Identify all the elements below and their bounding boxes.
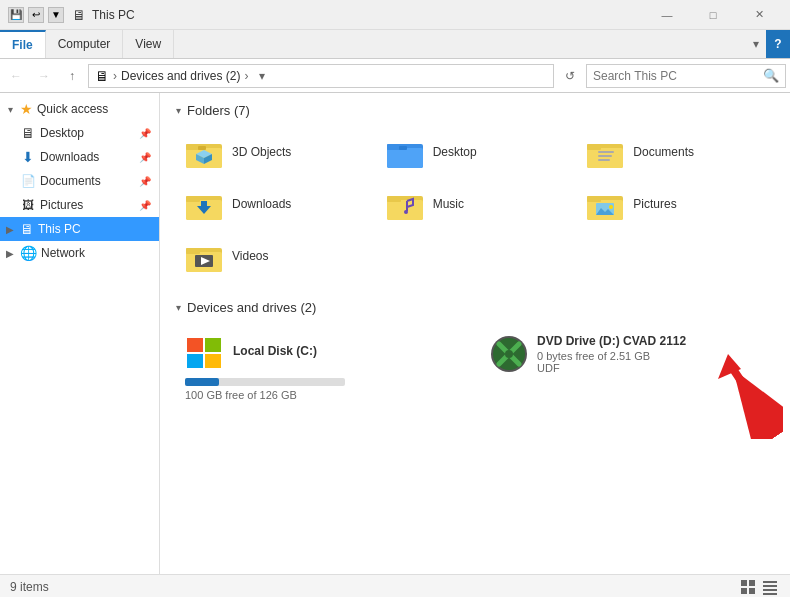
tab-computer[interactable]: Computer <box>46 30 124 58</box>
folders-chevron-icon: ▾ <box>176 105 181 116</box>
folder-item-music[interactable]: Music <box>377 180 574 228</box>
folder-music-icon <box>385 186 425 222</box>
dvd-drive-info: DVD Drive (D:) CVAD 2112 0 bytes free of… <box>537 334 686 374</box>
folder-pictures-icon <box>585 186 625 222</box>
sidebar-item-downloads[interactable]: ⬇ Downloads 📌 <box>0 145 159 169</box>
svg-rect-54 <box>763 593 777 595</box>
local-disk-icon <box>185 334 225 370</box>
folder-item-videos[interactable]: Videos <box>176 232 373 280</box>
save-icon[interactable]: 💾 <box>8 7 24 23</box>
properties-icon[interactable]: ▼ <box>48 7 64 23</box>
desktop-icon: 🖥 <box>20 125 36 141</box>
back-button[interactable]: ← <box>4 64 28 88</box>
status-views <box>738 577 780 597</box>
path-separator2: › <box>244 69 248 83</box>
folders-section-label: Folders (7) <box>187 103 250 118</box>
device-local-disk[interactable]: Local Disk (C:) 100 GB free of 126 GB <box>176 325 470 410</box>
sidebar-item-pictures[interactable]: 🖼 Pictures 📌 <box>0 193 159 217</box>
svg-rect-36 <box>187 338 203 352</box>
up-button[interactable]: ↑ <box>60 64 84 88</box>
folder-item-downloads[interactable]: Downloads <box>176 180 373 228</box>
sidebar-item-quick-access[interactable]: ▾ ★ Quick access <box>0 97 159 121</box>
sidebar-item-label-desktop: Desktop <box>40 126 135 140</box>
this-pc-toggle-icon: ▶ <box>4 224 16 235</box>
local-disk-progress-fill <box>185 378 219 386</box>
folder-item-desktop[interactable]: Desktop <box>377 128 574 176</box>
help-button[interactable]: ? <box>766 30 790 58</box>
path-thispc: Devices and drives (2) <box>121 69 240 83</box>
svg-rect-33 <box>186 248 200 254</box>
this-pc-computer-icon: 🖥 <box>20 221 34 237</box>
sidebar-item-documents[interactable]: 📄 Documents 📌 <box>0 169 159 193</box>
desktop-pin-icon: 📌 <box>139 128 151 139</box>
status-bar: 9 items <box>0 574 790 597</box>
folder-name-desktop: Desktop <box>433 145 477 159</box>
main-layout: ▾ ★ Quick access 🖥 Desktop 📌 ⬇ Downloads… <box>0 93 790 574</box>
svg-rect-10 <box>399 146 407 150</box>
sidebar: ▾ ★ Quick access 🖥 Desktop 📌 ⬇ Downloads… <box>0 93 160 574</box>
window-controls: — □ ✕ <box>644 0 782 30</box>
forward-button[interactable]: → <box>32 64 56 88</box>
pictures-pin-icon: 📌 <box>139 200 151 211</box>
search-box[interactable]: 🔍 <box>586 64 786 88</box>
content-area: ▾ Folders (7) 3D <box>160 93 790 574</box>
search-input[interactable] <box>593 69 763 83</box>
path-dropdown-icon[interactable]: ▾ <box>252 69 272 83</box>
folder-downloads-icon <box>184 186 224 222</box>
sidebar-item-label-documents: Documents <box>40 174 135 188</box>
close-button[interactable]: ✕ <box>736 0 782 30</box>
svg-rect-37 <box>205 338 221 352</box>
dvd-drive-icon <box>489 336 529 372</box>
device-dvd-drive[interactable]: DVD Drive (D:) CVAD 2112 0 bytes free of… <box>480 325 774 410</box>
maximize-button[interactable]: □ <box>690 0 736 30</box>
svg-rect-47 <box>741 580 747 586</box>
devices-grid: Local Disk (C:) 100 GB free of 126 GB <box>176 325 774 410</box>
ribbon-collapse-icon[interactable]: ▾ <box>746 37 766 51</box>
refresh-button[interactable]: ↺ <box>558 64 582 88</box>
view-details-button[interactable] <box>760 577 780 597</box>
folder-item-pictures[interactable]: Pictures <box>577 180 774 228</box>
title-bar-quick-access: 💾 ↩ ▼ <box>8 7 64 23</box>
sidebar-item-desktop[interactable]: 🖥 Desktop 📌 <box>0 121 159 145</box>
svg-rect-16 <box>598 159 610 161</box>
tab-view[interactable]: View <box>123 30 174 58</box>
svg-rect-8 <box>387 148 423 168</box>
tab-file[interactable]: File <box>0 30 46 58</box>
local-disk-detail: 100 GB free of 126 GB <box>185 389 461 401</box>
folder-name-3d-objects: 3D Objects <box>232 145 291 159</box>
network-icon: 🌐 <box>20 245 37 261</box>
svg-point-24 <box>404 210 408 214</box>
search-icon: 🔍 <box>763 68 779 83</box>
local-disk-info: Local Disk (C:) <box>233 344 317 360</box>
svg-rect-9 <box>387 144 401 150</box>
view-large-icons-button[interactable] <box>738 577 758 597</box>
svg-rect-3 <box>198 146 206 150</box>
svg-rect-13 <box>587 144 601 150</box>
address-path[interactable]: 🖥 › Devices and drives (2) › ▾ <box>88 64 554 88</box>
svg-point-30 <box>609 205 613 209</box>
sidebar-item-label-pictures: Pictures <box>40 198 135 212</box>
folder-item-documents[interactable]: Documents <box>577 128 774 176</box>
undo-icon[interactable]: ↩ <box>28 7 44 23</box>
folders-section-header: ▾ Folders (7) <box>176 103 774 118</box>
title-text: 🖥 This PC <box>72 7 644 23</box>
sidebar-item-label-network: Network <box>41 246 151 260</box>
folder-name-downloads: Downloads <box>232 197 291 211</box>
svg-rect-49 <box>741 588 747 594</box>
sidebar-item-label-downloads: Downloads <box>40 150 135 164</box>
sidebar-item-network[interactable]: ▶ 🌐 Network <box>0 241 159 265</box>
devices-section-label: Devices and drives (2) <box>187 300 316 315</box>
svg-point-44 <box>505 350 513 358</box>
sidebar-item-this-pc[interactable]: ▶ 🖥 This PC <box>0 217 159 241</box>
minimize-button[interactable]: — <box>644 0 690 30</box>
downloads-pin-icon: 📌 <box>139 152 151 163</box>
svg-rect-23 <box>387 196 401 202</box>
local-disk-name: Local Disk (C:) <box>233 344 317 358</box>
folders-grid: 3D Objects Desktop <box>176 128 774 280</box>
folder-item-3d-objects[interactable]: 3D Objects <box>176 128 373 176</box>
svg-rect-38 <box>187 354 203 368</box>
status-item-count: 9 items <box>10 580 49 594</box>
dvd-drive-detail2: UDF <box>537 362 686 374</box>
sidebar-item-label-this-pc: This PC <box>38 222 151 236</box>
devices-chevron-icon: ▾ <box>176 302 181 313</box>
